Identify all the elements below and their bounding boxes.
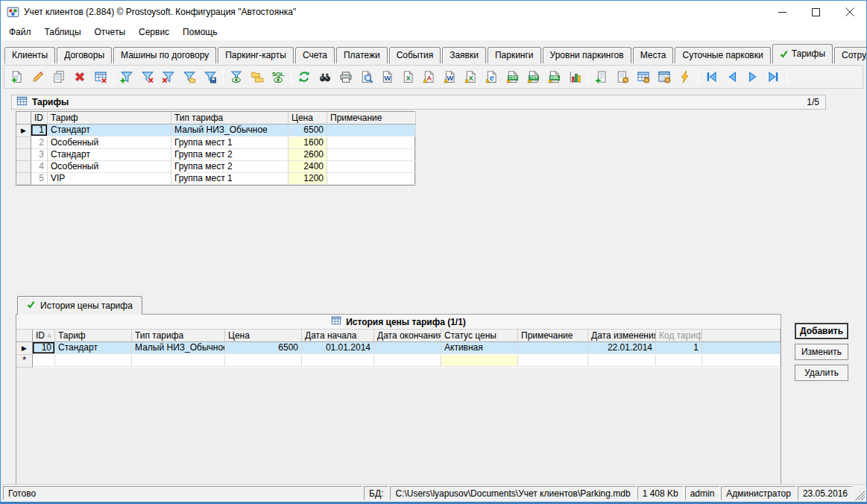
resize-grip[interactable]: [854, 486, 865, 500]
filter-view-button[interactable]: [226, 67, 247, 86]
table-cell[interactable]: 1200: [289, 173, 327, 185]
table-cell[interactable]: 5: [31, 173, 48, 185]
tab-7[interactable]: Заявки: [442, 47, 486, 63]
table-cell[interactable]: Активная: [441, 342, 518, 354]
tab-5[interactable]: Платежи: [336, 47, 388, 63]
menu-помощь[interactable]: Помощь: [176, 25, 224, 39]
refresh-button[interactable]: [294, 67, 315, 86]
table-cell[interactable]: 2600: [289, 149, 327, 161]
column-header[interactable]: ID: [33, 330, 55, 342]
table-cell[interactable]: Особенный: [48, 137, 171, 149]
table-cell[interactable]: [132, 355, 225, 367]
column-header[interactable]: Статус цены: [441, 330, 518, 342]
column-header[interactable]: Тариф: [55, 330, 132, 342]
table-cell[interactable]: Малый НИЗ_Обычное: [132, 342, 225, 354]
tab-6[interactable]: События: [389, 47, 441, 63]
tab-9[interactable]: Уровни паркингов: [543, 47, 631, 63]
menu-файл[interactable]: Файл: [2, 25, 38, 39]
table-cell[interactable]: [518, 355, 588, 367]
table-cell[interactable]: 2400: [289, 161, 327, 173]
column-header[interactable]: ID: [31, 112, 48, 125]
table-cell[interactable]: 4: [31, 161, 48, 173]
print-button[interactable]: [335, 67, 356, 86]
close-button[interactable]: [833, 1, 866, 23]
column-header[interactable]: Дата изменения: [588, 330, 656, 342]
table-settings-button[interactable]: [633, 67, 654, 86]
tab-11[interactable]: Суточные парковки: [675, 47, 770, 63]
preview-button[interactable]: [356, 67, 377, 86]
column-header[interactable]: Цена: [289, 112, 327, 125]
find-button[interactable]: [315, 67, 335, 86]
record-add-button[interactable]: [7, 67, 28, 86]
nav-prev-button[interactable]: [722, 67, 743, 86]
tab-price-history[interactable]: История цены тарифа: [17, 296, 142, 315]
table-cell[interactable]: [327, 161, 416, 173]
nav-next-button[interactable]: [743, 67, 763, 86]
table-cell[interactable]: Малый НИЗ_Обычное: [171, 125, 289, 136]
table-row[interactable]: ▶10СтандартМалый НИЗ_Обычное650001.01.20…: [16, 342, 781, 355]
sql-filter-button[interactable]: SQL: [268, 67, 289, 86]
table-cell[interactable]: [374, 342, 441, 354]
table-cell[interactable]: [33, 355, 55, 367]
filter-add-button[interactable]: [116, 67, 137, 86]
minimize-button[interactable]: [766, 1, 799, 23]
edit-button[interactable]: Изменить: [795, 344, 848, 360]
table-cell[interactable]: Группа мест 2: [171, 161, 289, 173]
export-excel-button[interactable]: X: [461, 67, 482, 86]
row-add-button[interactable]: [591, 67, 612, 86]
column-header[interactable]: Тариф: [48, 112, 171, 125]
table-cell[interactable]: [374, 355, 441, 367]
table-cell[interactable]: 6500: [225, 342, 302, 354]
tab-1[interactable]: Договоры: [57, 47, 112, 63]
table-cell[interactable]: 2: [31, 137, 48, 149]
delete-button[interactable]: Удалить: [795, 365, 848, 381]
table-cell[interactable]: Стандарт: [55, 342, 132, 354]
table-cell[interactable]: [702, 355, 781, 367]
export-word-button[interactable]: W: [440, 67, 461, 86]
table-cell[interactable]: 1600: [289, 137, 327, 149]
table-cell[interactable]: [588, 355, 656, 367]
export-html-button[interactable]: e: [482, 67, 502, 86]
export-font-button[interactable]: A: [419, 67, 440, 86]
table-cell[interactable]: [55, 355, 132, 367]
table-cell[interactable]: [225, 355, 302, 367]
record-edit-button[interactable]: [28, 67, 48, 86]
filter-tree-button[interactable]: [247, 67, 268, 86]
menu-таблицы[interactable]: Таблицы: [38, 25, 88, 39]
filter-save-button[interactable]: [200, 67, 221, 86]
table-cell[interactable]: VIP: [48, 173, 171, 185]
export-txt-button[interactable]: TXT: [523, 67, 544, 86]
table-cell[interactable]: [518, 342, 588, 354]
record-copy-button[interactable]: [48, 67, 69, 86]
nav-first-button[interactable]: [701, 67, 722, 86]
nav-last-button[interactable]: [763, 67, 784, 86]
table-cell[interactable]: 3: [31, 149, 48, 161]
table-cell[interactable]: [656, 355, 702, 367]
actions-button[interactable]: [675, 67, 696, 86]
table-cell[interactable]: [327, 125, 416, 136]
export-csv-button[interactable]: CSV: [502, 67, 523, 86]
table-cell[interactable]: Особенный: [48, 161, 171, 173]
row-settings-button[interactable]: [612, 67, 633, 86]
form-settings-button[interactable]: [654, 67, 675, 86]
tab-13[interactable]: Сотрудники: [834, 47, 867, 63]
table-cell[interactable]: [327, 137, 416, 149]
excel-doc-button[interactable]: X: [398, 67, 419, 86]
table-cell[interactable]: Группа мест 1: [171, 137, 289, 149]
table-row[interactable]: 2ОсобенныйГруппа мест 11600: [16, 137, 414, 149]
tab-10[interactable]: Места: [633, 47, 674, 63]
maximize-button[interactable]: [799, 1, 833, 23]
menu-сервис[interactable]: Сервис: [132, 25, 176, 39]
table-cell[interactable]: [302, 355, 374, 367]
column-header[interactable]: Цена: [225, 330, 302, 342]
table-row[interactable]: 3СтандартГруппа мест 22600: [16, 149, 414, 161]
table-cell[interactable]: 1: [31, 125, 48, 136]
tab-3[interactable]: Паркинг-карты: [218, 47, 294, 63]
tab-0[interactable]: Клиенты: [4, 47, 55, 63]
table-cell[interactable]: Стандарт: [48, 125, 171, 136]
table-cell[interactable]: [327, 173, 416, 185]
column-header[interactable]: Тип тарифа: [132, 330, 225, 342]
table-row[interactable]: ▶1СтандартМалый НИЗ_Обычное6500: [16, 125, 414, 137]
filter-delete-button[interactable]: [137, 67, 158, 86]
table-cell[interactable]: [327, 149, 416, 161]
